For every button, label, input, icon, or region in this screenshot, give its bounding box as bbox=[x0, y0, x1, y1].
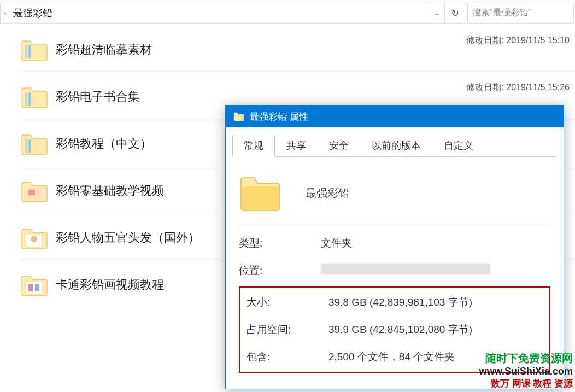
svg-rect-7 bbox=[28, 190, 35, 195]
watermark-line1: 随时下免费资源网 bbox=[479, 351, 573, 366]
folder-icon bbox=[21, 85, 48, 109]
contains-label: 包含: bbox=[247, 350, 328, 364]
svg-rect-3 bbox=[28, 92, 31, 106]
folder-name: 彩铅超清临摹素材 bbox=[56, 42, 152, 58]
folder-name: 卡通彩铅画视频教程 bbox=[56, 277, 164, 293]
svg-rect-1 bbox=[28, 45, 31, 58]
watermark: 随时下免费资源网 www.SuiShiXia.com 数万 网课 教程 资源 bbox=[479, 351, 573, 390]
tabs: 常规 共享 安全 以前的版本 自定义 bbox=[226, 127, 564, 157]
tab-sharing[interactable]: 共享 bbox=[275, 134, 318, 157]
svg-rect-11 bbox=[28, 284, 33, 291]
disk-value: 39.9 GB (42,845,102,080 字节) bbox=[328, 323, 543, 337]
svg-rect-4 bbox=[25, 139, 27, 153]
folder-date: 修改日期: 2019/11/5 15:26 bbox=[466, 82, 570, 93]
folder-date: 修改日期: 2019/11/5 15:10 bbox=[466, 35, 570, 46]
folder-name: 彩铅教程（中文） bbox=[56, 136, 152, 152]
refresh-button[interactable]: ↻ bbox=[444, 3, 465, 24]
chevron-right-icon: › bbox=[1, 9, 10, 17]
search-placeholder: 搜索"最强彩铅" bbox=[472, 7, 531, 19]
size-label: 大小: bbox=[247, 295, 328, 309]
properties-dialog: 最强彩铅 属性 常规 共享 安全 以前的版本 自定义 类型: 文件夹 位置: 大… bbox=[225, 105, 564, 389]
breadcrumb-container[interactable]: › 最强彩铅 ⌄ bbox=[0, 3, 444, 24]
type-label: 类型: bbox=[239, 236, 321, 250]
svg-rect-5 bbox=[28, 139, 31, 153]
divider bbox=[239, 226, 550, 226]
folder-icon bbox=[21, 226, 48, 250]
folder-icon bbox=[239, 173, 281, 213]
folder-icon bbox=[21, 179, 48, 203]
dialog-title: 最强彩铅 属性 bbox=[250, 110, 556, 123]
prop-size-row: 大小: 39.8 GB (42,839,981,103 字节) bbox=[247, 295, 543, 309]
folder-icon bbox=[233, 112, 244, 121]
breadcrumb-dropdown-icon[interactable]: ⌄ bbox=[429, 3, 444, 23]
folder-icon bbox=[21, 38, 48, 62]
breadcrumb-current[interactable]: 最强彩铅 bbox=[10, 7, 429, 20]
folder-icon bbox=[21, 132, 48, 156]
disk-label: 占用空间: bbox=[247, 323, 328, 337]
size-value: 39.8 GB (42,839,981,103 字节) bbox=[328, 295, 543, 309]
folder-name: 彩铅人物五官头发（国外） bbox=[56, 230, 200, 246]
folder-name-input[interactable] bbox=[303, 185, 500, 202]
folder-item[interactable]: 彩铅超清临摹素材 修改日期: 2019/11/5 15:10 bbox=[21, 26, 575, 73]
folder-icon bbox=[21, 273, 48, 297]
prop-disk-row: 占用空间: 39.9 GB (42,845,102,080 字节) bbox=[247, 323, 543, 337]
svg-rect-2 bbox=[25, 92, 27, 106]
search-input[interactable]: 搜索"最强彩铅" bbox=[467, 3, 574, 24]
type-value: 文件夹 bbox=[321, 236, 550, 250]
prop-type-row: 类型: 文件夹 bbox=[239, 236, 550, 250]
address-bar: › 最强彩铅 ⌄ ↻ 搜索"最强彩铅" bbox=[0, 0, 575, 26]
location-label: 位置: bbox=[239, 264, 321, 278]
tab-customize[interactable]: 自定义 bbox=[432, 134, 485, 157]
folder-name: 彩铅电子书合集 bbox=[56, 89, 140, 105]
watermark-line3: 数万 网课 教程 资源 bbox=[479, 377, 573, 390]
folder-name: 彩铅零基础教学视频 bbox=[56, 183, 164, 199]
prop-location-row: 位置: bbox=[239, 264, 550, 278]
dialog-body: 类型: 文件夹 位置: 大小: 39.8 GB (42,839,981,103 … bbox=[226, 157, 564, 384]
watermark-line2: www.SuiShiXia.com bbox=[479, 366, 573, 377]
svg-rect-12 bbox=[35, 284, 39, 291]
location-value-blurred bbox=[321, 264, 490, 274]
svg-point-9 bbox=[31, 236, 37, 242]
tab-previous[interactable]: 以前的版本 bbox=[360, 134, 432, 157]
folder-preview bbox=[239, 168, 550, 213]
tab-general[interactable]: 常规 bbox=[232, 134, 275, 157]
tab-security[interactable]: 安全 bbox=[318, 134, 360, 157]
dialog-titlebar[interactable]: 最强彩铅 属性 bbox=[226, 106, 564, 127]
svg-rect-0 bbox=[25, 45, 27, 58]
